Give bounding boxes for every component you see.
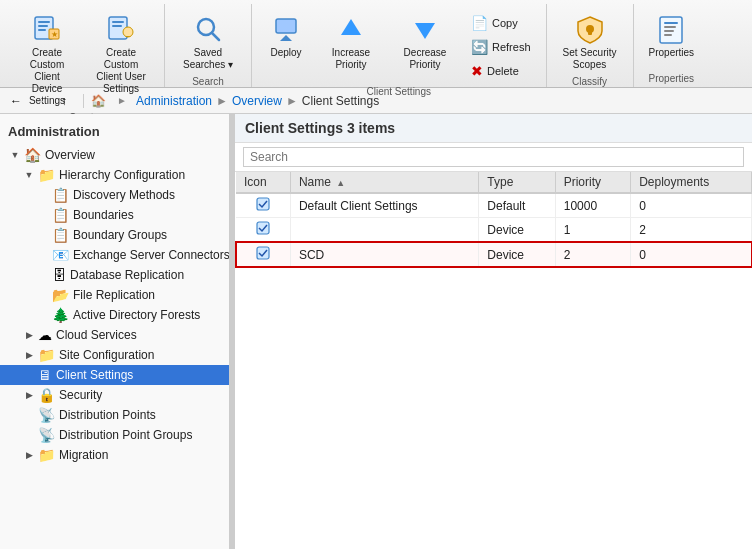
svg-rect-23 <box>257 198 269 210</box>
sidebar-item-boundaries[interactable]: 📋Boundaries <box>0 205 229 225</box>
tree-icon-file-replication: 📂 <box>52 287 69 303</box>
tree-icon-security: 🔒 <box>38 387 55 403</box>
sidebar-item-active-directory[interactable]: 🌲Active Directory Forests <box>0 305 229 325</box>
delete-button[interactable]: ✖ Delete <box>464 60 538 82</box>
nav-arrow-icon: ► <box>112 91 132 111</box>
table-container: Icon Name ▲ Type Priority Deployments De… <box>235 172 752 549</box>
ribbon-properties-items: Properties <box>642 8 702 73</box>
cell-icon-2 <box>236 218 290 243</box>
sidebar-item-security[interactable]: ▶🔒Security <box>0 385 229 405</box>
tree-expand-site-configuration: ▶ <box>22 348 36 362</box>
col-type[interactable]: Type <box>479 172 555 193</box>
tree-expand-active-directory <box>36 308 50 322</box>
sidebar-item-distribution-point-groups[interactable]: 📡Distribution Point Groups <box>0 425 229 445</box>
tree-expand-cloud-services: ▶ <box>22 328 36 342</box>
tree-expand-file-replication <box>36 288 50 302</box>
svg-rect-24 <box>257 222 269 234</box>
sort-arrow-name: ▲ <box>336 178 345 188</box>
table-row[interactable]: Device12 <box>236 218 752 243</box>
sidebar-item-exchange-server[interactable]: 📧Exchange Server Connectors <box>0 245 229 265</box>
col-name[interactable]: Name ▲ <box>290 172 478 193</box>
ribbon-small-actions: 📄 Copy 🔄 Refresh ✖ Delete <box>464 8 538 86</box>
col-deployments[interactable]: Deployments <box>631 172 752 193</box>
cell-priority-1: 10000 <box>555 193 630 218</box>
refresh-icon: 🔄 <box>471 39 488 55</box>
copy-button[interactable]: 📄 Copy <box>464 12 538 34</box>
forward-button[interactable]: → <box>30 91 50 111</box>
cell-type-3: Device <box>479 242 555 267</box>
sidebar-item-client-settings[interactable]: 🖥Client Settings <box>0 365 229 385</box>
svg-rect-12 <box>276 19 296 33</box>
tree-icon-active-directory: 🌲 <box>52 307 69 323</box>
svg-rect-19 <box>664 22 678 24</box>
tree-expand-boundaries <box>36 208 50 222</box>
saved-searches-label: Saved Searches ▾ <box>180 47 236 71</box>
svg-rect-8 <box>112 25 122 27</box>
decrease-priority-button[interactable]: Decrease Priority <box>390 8 460 76</box>
sidebar-item-migration[interactable]: ▶📁Migration <box>0 445 229 465</box>
tree-expand-boundary-groups <box>36 228 50 242</box>
delete-icon: ✖ <box>471 63 483 79</box>
cell-icon-3 <box>236 242 290 267</box>
svg-marker-13 <box>280 35 292 41</box>
svg-rect-17 <box>588 29 592 35</box>
sidebar-item-boundary-groups[interactable]: 📋Boundary Groups <box>0 225 229 245</box>
cell-priority-3: 2 <box>555 242 630 267</box>
sidebar-item-cloud-services[interactable]: ▶☁Cloud Services <box>0 325 229 345</box>
svg-rect-22 <box>664 34 672 36</box>
search-group-label: Search <box>192 76 224 90</box>
sidebar-label-client-settings: Client Settings <box>56 368 133 382</box>
tree-icon-client-settings: 🖥 <box>38 367 52 383</box>
sidebar-label-exchange-server: Exchange Server Connectors <box>73 248 230 262</box>
deploy-button[interactable]: Deploy <box>260 8 312 64</box>
sidebar-item-distribution-points[interactable]: 📡Distribution Points <box>0 405 229 425</box>
search-input[interactable] <box>243 147 744 167</box>
col-icon[interactable]: Icon <box>236 172 290 193</box>
sidebar-item-database-replication[interactable]: 🗄Database Replication <box>0 265 229 285</box>
ribbon-group-classify: Set Security Scopes Classify <box>547 4 634 87</box>
delete-label: Delete <box>487 65 519 77</box>
properties-button[interactable]: Properties <box>642 8 702 64</box>
svg-rect-3 <box>38 29 46 31</box>
increase-priority-button[interactable]: Increase Priority <box>316 8 386 76</box>
tree-expand-discovery-methods <box>36 188 50 202</box>
table-row[interactable]: SCDDevice20 <box>236 242 752 267</box>
table-row[interactable]: Default Client SettingsDefault100000 <box>236 193 752 218</box>
ribbon-search-items: Saved Searches ▾ <box>173 8 243 76</box>
create-device-icon: ★ <box>31 13 63 45</box>
tree-expand-migration: ▶ <box>22 448 36 462</box>
sidebar-item-file-replication[interactable]: 📂File Replication <box>0 285 229 305</box>
ribbon-group-client-settings: Deploy Increase Priority Decrease Priori… <box>252 4 547 87</box>
breadcrumb-sep-2: ► <box>286 94 298 108</box>
breadcrumb-overview[interactable]: Overview <box>232 94 282 108</box>
col-priority[interactable]: Priority <box>555 172 630 193</box>
tree-expand-security: ▶ <box>22 388 36 402</box>
back-button[interactable]: ← <box>6 91 26 111</box>
deploy-icon <box>270 13 302 45</box>
decrease-priority-icon <box>409 13 441 45</box>
cell-deployments-2: 2 <box>631 218 752 243</box>
tree-expand-database-replication <box>36 268 50 282</box>
set-security-scopes-button[interactable]: Set Security Scopes <box>555 8 625 76</box>
saved-searches-button[interactable]: Saved Searches ▾ <box>173 8 243 76</box>
tree-icon-boundary-groups: 📋 <box>52 227 69 243</box>
create-user-settings-button[interactable]: Create Custom Client User Settings <box>86 8 156 100</box>
sidebar-item-overview[interactable]: ▼🏠Overview <box>0 145 229 165</box>
sidebar-label-distribution-points: Distribution Points <box>59 408 156 422</box>
home-button[interactable]: 🏠 <box>88 91 108 111</box>
up-button[interactable]: ↑ <box>54 91 74 111</box>
refresh-button[interactable]: 🔄 Refresh <box>464 36 538 58</box>
ribbon-classify-items: Set Security Scopes <box>555 8 625 76</box>
copy-label: Copy <box>492 17 518 29</box>
sidebar-item-discovery-methods[interactable]: 📋Discovery Methods <box>0 185 229 205</box>
svg-rect-7 <box>112 21 124 23</box>
breadcrumb-client-settings: Client Settings <box>302 94 379 108</box>
sidebar-item-site-configuration[interactable]: ▶📁Site Configuration <box>0 345 229 365</box>
sidebar-label-active-directory: Active Directory Forests <box>73 308 200 322</box>
sidebar-item-hierarchy-config[interactable]: ▼📁Hierarchy Configuration <box>0 165 229 185</box>
sidebar-header: Administration <box>0 118 229 145</box>
sidebar: Administration ▼🏠Overview▼📁Hierarchy Con… <box>0 114 230 549</box>
svg-rect-21 <box>664 30 674 32</box>
breadcrumb-administration[interactable]: Administration <box>136 94 212 108</box>
decrease-priority-label: Decrease Priority <box>397 47 453 71</box>
